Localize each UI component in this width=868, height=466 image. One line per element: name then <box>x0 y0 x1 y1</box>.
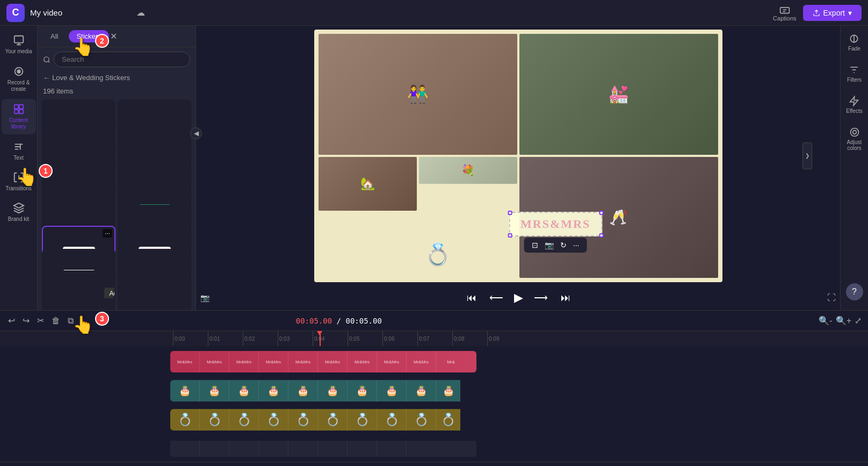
ruler-mark-3: 0:03 <box>278 331 313 346</box>
fit-button[interactable]: ⤢ <box>855 316 862 326</box>
help-button[interactable]: ? <box>846 283 863 300</box>
forward-button[interactable]: ⟶ <box>532 290 550 306</box>
left-panel: All Stickers ✕ ← Love & Wedding Stickers… <box>38 26 196 310</box>
svg-rect-6 <box>19 105 23 109</box>
photo-center-flowers: 💐 <box>419 157 517 184</box>
zoom-out-button[interactable]: 🔍- <box>819 316 832 326</box>
sidebar-item-text[interactable]: Text <box>2 137 36 165</box>
track-cell: Mr&Mrs <box>318 351 348 372</box>
tab-close-button[interactable]: ✕ <box>110 31 117 41</box>
timeline-scrollbar[interactable] <box>0 462 868 466</box>
track-ring-bar[interactable]: 💍 💍 💍 💍 💍 💍 💍 💍 💍 💍 <box>170 409 476 431</box>
track-cell: Mr&Mrs <box>170 351 200 372</box>
photo-top-left: 👫 <box>319 34 517 155</box>
right-panel-collapse-btn[interactable]: ❯ <box>802 142 812 169</box>
center-area: 👫 💒 🏡 💐 💍 🥂 <box>196 26 840 310</box>
video-area: 👫 💒 🏡 💐 💍 🥂 <box>196 26 840 285</box>
filters-control[interactable]: Filters <box>844 61 865 86</box>
undo-button[interactable]: ↩ <box>6 314 17 327</box>
ruler-mark-6: 0:06 <box>382 331 417 346</box>
cut-button[interactable]: ✂ <box>35 314 46 327</box>
track-cake: 🎂 🎂 🎂 🎂 🎂 🎂 🎂 🎂 🎂 🎂 <box>6 377 862 404</box>
time-display: 00:05.00 / 00:05.00 <box>296 317 382 325</box>
topbar-right: Captions Export ▾ <box>773 4 862 21</box>
main-layout: Your media Record & create Content libra… <box>0 26 868 310</box>
sidebar-item-brand[interactable]: Brand kit <box>2 198 36 226</box>
track-ring: 💍 💍 💍 💍 💍 💍 💍 💍 💍 💍 <box>6 406 862 433</box>
breadcrumb: ← Love & Wedding Stickers <box>38 71 196 86</box>
duplicate-button[interactable]: ⧉ <box>66 314 75 327</box>
breadcrumb-category: Love & Wedding Stickers <box>52 74 130 82</box>
panel-collapse-button[interactable]: ◀ <box>190 127 202 139</box>
ruler-mark-0: 0:00 <box>173 331 208 346</box>
track-photo <box>6 435 862 462</box>
play-button[interactable]: ▶ <box>514 291 523 305</box>
export-button[interactable]: Export ▾ <box>803 5 862 21</box>
track-cell: Mr&Mrs <box>229 351 259 372</box>
svg-rect-2 <box>14 36 23 43</box>
sticker-media-btn[interactable]: 📷 <box>542 240 556 250</box>
cloud-icon: ☁ <box>136 8 145 18</box>
track-cell: Mr&Mrs <box>200 351 229 372</box>
tab-all[interactable]: All <box>43 30 66 42</box>
mrs-mrs-sticker[interactable]: MRS&MRS <box>509 212 602 236</box>
adjust-colors-control[interactable]: Adjust colors <box>841 124 868 154</box>
track-cake-bar[interactable]: 🎂 🎂 🎂 🎂 🎂 🎂 🎂 🎂 🎂 🎂 <box>170 380 476 402</box>
playhead[interactable] <box>320 331 321 346</box>
sidebar-item-content[interactable]: Content library <box>2 99 36 134</box>
timeline-toolbar: ↩ ↪ ✂ 🗑 ⧉ 00:05.00 / 00:05.00 🔍- 🔍+ ⤢ <box>0 311 868 331</box>
track-cell: Mr&Mrs <box>407 351 436 372</box>
svg-rect-8 <box>19 110 23 113</box>
redo-button[interactable]: ↪ <box>21 314 31 327</box>
svg-rect-0 <box>780 7 789 13</box>
sidebar-item-your-media[interactable]: Your media <box>2 30 36 59</box>
timeline-tracks: Mr&Mrs Mr&Mrs Mr&Mrs Mr&Mrs Mr&Mrs Mr&Mr… <box>0 346 868 462</box>
svg-point-11 <box>44 56 49 61</box>
track-photo-bar[interactable] <box>170 441 476 457</box>
ruler-mark-8: 0:08 <box>452 331 487 346</box>
video-canvas: 👫 💒 🏡 💐 💍 🥂 <box>314 30 722 282</box>
total-time: 00:05.00 <box>345 317 381 325</box>
svg-point-17 <box>852 131 856 134</box>
sticker-crop-btn[interactable]: ⊡ <box>530 240 540 250</box>
rewind-button[interactable]: ⟵ <box>487 290 505 306</box>
sticker-more-ctrl-btn[interactable]: ··· <box>571 240 582 250</box>
effects-control[interactable]: Effects <box>843 92 865 117</box>
video-controls: 📷 ⏮ ⟵ ▶ ⟶ ⏭ ⛶ <box>196 285 840 310</box>
skip-forward-button[interactable]: ⏭ <box>559 290 573 306</box>
ruler-mark-7: 0:07 <box>417 331 452 346</box>
sticker-more-button[interactable]: ··· <box>103 229 112 238</box>
panel-tabs: All Stickers ✕ <box>38 26 196 47</box>
fullscreen-button[interactable]: ⛶ <box>827 293 836 303</box>
items-count: 196 items <box>38 86 196 99</box>
track-mrsmrs-bar[interactable]: Mr&Mrs Mr&Mrs Mr&Mrs Mr&Mrs Mr&Mrs Mr&Mr… <box>170 351 476 372</box>
ruler-mark-2: 0:02 <box>243 331 278 346</box>
right-sidebar: Fade Filters Effects Adjust colors ? <box>840 26 868 310</box>
current-time: 00:05.00 <box>296 317 332 325</box>
skip-back-button[interactable]: ⏮ <box>465 290 479 306</box>
sidebar-item-record[interactable]: Record & create <box>2 61 36 97</box>
sticker-animate-btn[interactable]: ↻ <box>558 240 569 250</box>
sidebar-item-transitions[interactable]: Transitions <box>2 167 36 196</box>
tab-stickers[interactable]: Stickers <box>69 30 108 42</box>
svg-point-18 <box>850 128 858 137</box>
fade-control[interactable]: Fade <box>845 30 864 55</box>
search-bar <box>38 47 196 71</box>
photo-top-right: 💒 <box>519 34 718 155</box>
screenshot-button[interactable]: 📷 <box>200 293 209 302</box>
captions-button[interactable]: Captions <box>773 4 796 21</box>
zoom-in-button[interactable]: 🔍+ <box>836 316 851 326</box>
track-cell: Mr&Mrs <box>288 351 318 372</box>
search-input[interactable] <box>54 52 190 67</box>
breadcrumb-back[interactable]: ← <box>43 74 50 82</box>
delete-button[interactable]: 🗑 <box>50 314 62 327</box>
ring-sticker-canvas[interactable]: 💍 <box>424 242 451 267</box>
ruler-mark-5: 0:05 <box>348 331 382 346</box>
zoom-controls: 🔍- 🔍+ ⤢ <box>819 316 862 326</box>
topbar-title: ☁ <box>30 8 768 18</box>
sidebar-icons: Your media Record & create Content libra… <box>0 26 38 310</box>
video-title-input[interactable] <box>30 8 132 17</box>
sticker-loveday[interactable]: LOVE DAY <box>118 291 191 310</box>
app-logo: C <box>6 4 25 22</box>
add-to-timeline-tooltip: Add to timeline <box>104 288 115 299</box>
